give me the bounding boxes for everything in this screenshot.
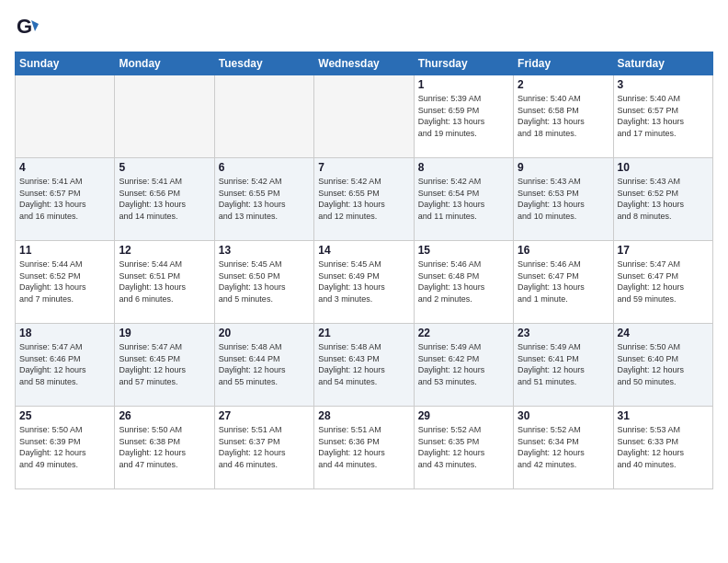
day-info: Sunrise: 5:44 AM Sunset: 6:52 PM Dayligh… (19, 259, 110, 304)
logo-icon: G (15, 15, 40, 40)
day-info: Sunrise: 5:52 AM Sunset: 6:35 PM Dayligh… (418, 424, 509, 470)
day-info: Sunrise: 5:50 AM Sunset: 6:39 PM Dayligh… (19, 424, 110, 470)
calendar-cell: 16Sunrise: 5:46 AM Sunset: 6:47 PM Dayli… (514, 241, 613, 324)
calendar-cell: 26Sunrise: 5:50 AM Sunset: 6:38 PM Dayli… (115, 407, 214, 489)
day-info: Sunrise: 5:47 AM Sunset: 6:47 PM Dayligh… (618, 259, 709, 304)
calendar-cell: 18Sunrise: 5:47 AM Sunset: 6:46 PM Dayli… (16, 324, 115, 407)
day-number: 13 (219, 244, 310, 257)
day-info: Sunrise: 5:46 AM Sunset: 6:47 PM Dayligh… (518, 259, 609, 304)
svg-text:G: G (17, 15, 32, 38)
calendar-table: SundayMondayTuesdayWednesdayThursdayFrid… (15, 52, 713, 489)
calendar-cell: 23Sunrise: 5:49 AM Sunset: 6:41 PM Dayli… (514, 324, 613, 407)
calendar-cell: 12Sunrise: 5:44 AM Sunset: 6:51 PM Dayli… (115, 241, 214, 324)
calendar-cell (16, 75, 115, 158)
day-info: Sunrise: 5:41 AM Sunset: 6:56 PM Dayligh… (119, 176, 210, 222)
day-number: 18 (19, 327, 110, 339)
day-info: Sunrise: 5:42 AM Sunset: 6:55 PM Dayligh… (219, 176, 310, 222)
day-number: 2 (518, 78, 609, 91)
calendar-cell: 30Sunrise: 5:52 AM Sunset: 6:34 PM Dayli… (514, 407, 613, 489)
day-number: 6 (219, 161, 310, 174)
calendar-cell: 2Sunrise: 5:40 AM Sunset: 6:58 PM Daylig… (514, 75, 613, 158)
day-number: 30 (518, 409, 609, 422)
day-info: Sunrise: 5:46 AM Sunset: 6:48 PM Dayligh… (418, 259, 509, 304)
calendar-cell: 29Sunrise: 5:52 AM Sunset: 6:35 PM Dayli… (414, 407, 513, 489)
day-number: 10 (618, 161, 709, 174)
week-row-2: 4Sunrise: 5:41 AM Sunset: 6:57 PM Daylig… (16, 158, 713, 241)
day-number: 15 (418, 244, 509, 257)
day-number: 22 (418, 327, 509, 339)
calendar-cell: 20Sunrise: 5:48 AM Sunset: 6:44 PM Dayli… (214, 324, 313, 407)
calendar-cell: 1Sunrise: 5:39 AM Sunset: 6:59 PM Daylig… (414, 75, 513, 158)
calendar-cell: 11Sunrise: 5:44 AM Sunset: 6:52 PM Dayli… (16, 241, 115, 324)
calendar-cell: 8Sunrise: 5:42 AM Sunset: 6:54 PM Daylig… (414, 158, 513, 241)
svg-marker-1 (31, 20, 39, 31)
day-info: Sunrise: 5:42 AM Sunset: 6:54 PM Dayligh… (418, 176, 509, 222)
day-info: Sunrise: 5:48 AM Sunset: 6:44 PM Dayligh… (219, 341, 310, 387)
calendar-cell: 15Sunrise: 5:46 AM Sunset: 6:48 PM Dayli… (414, 241, 513, 324)
day-info: Sunrise: 5:51 AM Sunset: 6:37 PM Dayligh… (219, 424, 310, 470)
weekday-header-monday: Monday (115, 52, 214, 75)
calendar-cell: 6Sunrise: 5:42 AM Sunset: 6:55 PM Daylig… (214, 158, 313, 241)
day-info: Sunrise: 5:52 AM Sunset: 6:34 PM Dayligh… (518, 424, 609, 470)
weekday-header-saturday: Saturday (613, 52, 712, 75)
day-info: Sunrise: 5:47 AM Sunset: 6:45 PM Dayligh… (119, 341, 210, 387)
calendar-cell: 25Sunrise: 5:50 AM Sunset: 6:39 PM Dayli… (16, 407, 115, 489)
weekday-header-tuesday: Tuesday (214, 52, 313, 75)
calendar-cell: 31Sunrise: 5:53 AM Sunset: 6:33 PM Dayli… (613, 407, 712, 489)
calendar-cell (214, 75, 313, 158)
day-info: Sunrise: 5:53 AM Sunset: 6:33 PM Dayligh… (618, 424, 709, 470)
day-number: 20 (219, 327, 310, 339)
day-number: 7 (318, 161, 409, 174)
day-number: 19 (119, 327, 210, 339)
day-info: Sunrise: 5:40 AM Sunset: 6:57 PM Dayligh… (618, 93, 709, 139)
day-info: Sunrise: 5:43 AM Sunset: 6:52 PM Dayligh… (618, 176, 709, 222)
calendar-cell: 22Sunrise: 5:49 AM Sunset: 6:42 PM Dayli… (414, 324, 513, 407)
weekday-header-row: SundayMondayTuesdayWednesdayThursdayFrid… (16, 52, 713, 75)
calendar-cell: 4Sunrise: 5:41 AM Sunset: 6:57 PM Daylig… (16, 158, 115, 241)
week-row-3: 11Sunrise: 5:44 AM Sunset: 6:52 PM Dayli… (16, 241, 713, 324)
day-number: 4 (19, 161, 110, 174)
day-info: Sunrise: 5:48 AM Sunset: 6:43 PM Dayligh… (318, 341, 409, 387)
day-number: 31 (618, 409, 709, 422)
day-info: Sunrise: 5:50 AM Sunset: 6:38 PM Dayligh… (119, 424, 210, 470)
calendar-cell: 14Sunrise: 5:45 AM Sunset: 6:49 PM Dayli… (314, 241, 414, 324)
day-number: 21 (318, 327, 409, 339)
day-info: Sunrise: 5:43 AM Sunset: 6:53 PM Dayligh… (518, 176, 609, 222)
day-number: 1 (418, 78, 509, 91)
day-number: 3 (618, 78, 709, 91)
day-number: 25 (19, 409, 110, 422)
day-number: 24 (618, 327, 709, 339)
weekday-header-friday: Friday (514, 52, 613, 75)
week-row-4: 18Sunrise: 5:47 AM Sunset: 6:46 PM Dayli… (16, 324, 713, 407)
day-number: 27 (219, 409, 310, 422)
calendar-cell (314, 75, 414, 158)
day-info: Sunrise: 5:41 AM Sunset: 6:57 PM Dayligh… (19, 176, 110, 222)
weekday-header-wednesday: Wednesday (314, 52, 414, 75)
day-info: Sunrise: 5:42 AM Sunset: 6:55 PM Dayligh… (318, 176, 409, 222)
day-number: 16 (518, 244, 609, 257)
day-info: Sunrise: 5:45 AM Sunset: 6:50 PM Dayligh… (219, 259, 310, 304)
day-number: 26 (119, 409, 210, 422)
calendar-cell: 27Sunrise: 5:51 AM Sunset: 6:37 PM Dayli… (214, 407, 313, 489)
calendar-cell: 3Sunrise: 5:40 AM Sunset: 6:57 PM Daylig… (613, 75, 712, 158)
calendar-cell: 17Sunrise: 5:47 AM Sunset: 6:47 PM Dayli… (613, 241, 712, 324)
calendar-cell: 7Sunrise: 5:42 AM Sunset: 6:55 PM Daylig… (314, 158, 414, 241)
day-info: Sunrise: 5:45 AM Sunset: 6:49 PM Dayligh… (318, 259, 409, 304)
day-number: 11 (19, 244, 110, 257)
calendar-cell: 9Sunrise: 5:43 AM Sunset: 6:53 PM Daylig… (514, 158, 613, 241)
day-info: Sunrise: 5:40 AM Sunset: 6:58 PM Dayligh… (518, 93, 609, 139)
calendar-cell: 21Sunrise: 5:48 AM Sunset: 6:43 PM Dayli… (314, 324, 414, 407)
weekday-header-sunday: Sunday (16, 52, 115, 75)
day-number: 12 (119, 244, 210, 257)
day-number: 14 (318, 244, 409, 257)
calendar-cell: 10Sunrise: 5:43 AM Sunset: 6:52 PM Dayli… (613, 158, 712, 241)
day-info: Sunrise: 5:51 AM Sunset: 6:36 PM Dayligh… (318, 424, 409, 470)
calendar-cell: 5Sunrise: 5:41 AM Sunset: 6:56 PM Daylig… (115, 158, 214, 241)
logo: G (15, 15, 44, 40)
day-number: 8 (418, 161, 509, 174)
calendar-cell: 24Sunrise: 5:50 AM Sunset: 6:40 PM Dayli… (613, 324, 712, 407)
day-info: Sunrise: 5:47 AM Sunset: 6:46 PM Dayligh… (19, 341, 110, 387)
page-header: G (15, 15, 713, 40)
day-number: 9 (518, 161, 609, 174)
calendar-cell: 13Sunrise: 5:45 AM Sunset: 6:50 PM Dayli… (214, 241, 313, 324)
